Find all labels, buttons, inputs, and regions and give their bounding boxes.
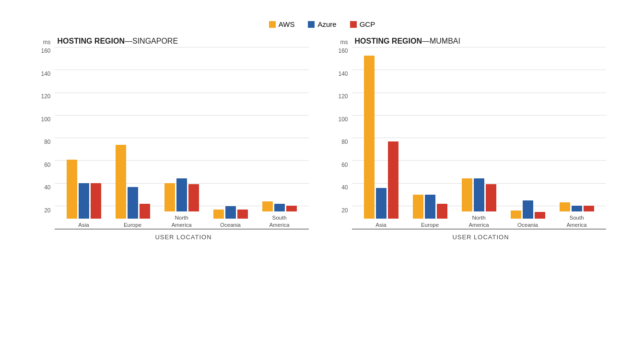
bar-group-south-america: SouthAmerica: [560, 202, 594, 229]
x-axis-title-mumbai: USER LOCATION: [352, 234, 610, 241]
bar-gcp-europe: [437, 204, 447, 219]
bar-azure-north-america: [474, 178, 484, 211]
bar-gcp-asia: [91, 183, 101, 219]
bars-europe: [413, 195, 447, 219]
legend-item-azure: Azure: [308, 20, 336, 28]
chart-area-singapore: ms20406080100120140160AsiaEuropeNorthAme…: [35, 47, 313, 230]
legend-swatch-aws: [269, 21, 276, 28]
bar-group-europe: Europe: [413, 195, 447, 229]
bar-gcp-north-america: [188, 184, 199, 211]
bar-gcp-north-america: [486, 184, 496, 211]
y-tick-60: 60: [332, 162, 348, 168]
x-axis-title-singapore: USER LOCATION: [55, 234, 313, 241]
bar-gcp-south-america: [286, 206, 297, 211]
bar-azure-north-america: [176, 178, 187, 211]
y-tick-160: 160: [332, 47, 348, 54]
y-tick-120: 120: [35, 93, 51, 100]
bars-europe: [116, 145, 150, 219]
bars-oceania: [213, 206, 248, 219]
y-tick-100: 100: [35, 116, 51, 123]
y-tick-160: 160: [35, 47, 51, 54]
y-tick-120: 120: [332, 93, 348, 100]
y-tick-140: 140: [35, 70, 51, 77]
graph-body-mumbai: AsiaEuropeNorthAmericaOceaniaSouthAmeric…: [352, 47, 606, 230]
legend-swatch-gcp: [350, 21, 357, 28]
bar-aws-south-america: [262, 201, 273, 211]
group-label-europe: Europe: [124, 222, 141, 229]
y-tick-80: 80: [35, 139, 51, 145]
legend: AWSAzureGCP: [269, 20, 375, 28]
bar-gcp-south-america: [584, 206, 594, 211]
y-axis-ms-label: ms: [332, 39, 352, 46]
bar-gcp-asia: [388, 141, 398, 219]
group-label-north-america: NorthAmerica: [465, 214, 493, 229]
graph-body-singapore: AsiaEuropeNorthAmericaOceaniaSouthAmeric…: [55, 47, 309, 230]
chart-singapore: HOSTING REGION—SINGAPOREms20406080100120…: [35, 37, 313, 241]
legend-item-aws: AWS: [269, 20, 295, 28]
bar-aws-oceania: [511, 210, 521, 219]
y-tick-80: 80: [332, 139, 348, 145]
bars-north-america: [164, 178, 199, 211]
bar-azure-asia: [79, 183, 89, 219]
bar-azure-europe: [425, 195, 435, 219]
bar-aws-north-america: [164, 183, 175, 211]
bar-aws-south-america: [560, 202, 570, 211]
chart-mumbai: HOSTING REGION—MUMBAIms20406080100120140…: [332, 37, 610, 241]
bars-asia: [364, 56, 398, 219]
bar-aws-asia: [364, 56, 375, 219]
bars-area-singapore: AsiaEuropeNorthAmericaOceaniaSouthAmeric…: [55, 47, 309, 229]
group-label-north-america: NorthAmerica: [168, 214, 196, 229]
bar-gcp-oceania: [237, 210, 248, 219]
bars-asia: [67, 160, 101, 219]
bars-oceania: [511, 200, 545, 219]
group-label-south-america: SouthAmerica: [563, 214, 591, 229]
legend-label-gcp: GCP: [360, 20, 375, 28]
bar-group-asia: Asia: [364, 56, 398, 229]
bar-group-north-america: NorthAmerica: [462, 178, 496, 229]
chart-header-singapore: HOSTING REGION—SINGAPORE: [58, 37, 313, 46]
bar-group-asia: Asia: [67, 160, 101, 229]
group-label-south-america: SouthAmerica: [266, 214, 293, 229]
bar-gcp-oceania: [535, 212, 545, 219]
y-tick-100: 100: [332, 116, 348, 123]
y-tick-140: 140: [332, 70, 348, 77]
bar-group-oceania: Oceania: [213, 206, 248, 229]
bars-south-america: [560, 202, 594, 211]
charts-row: HOSTING REGION—SINGAPOREms20406080100120…: [10, 37, 634, 241]
bar-azure-oceania: [225, 206, 236, 219]
bar-azure-south-america: [572, 206, 582, 211]
bar-azure-south-america: [274, 204, 285, 212]
chart-area-mumbai: ms20406080100120140160AsiaEuropeNorthAme…: [332, 47, 610, 230]
group-label-europe: Europe: [421, 222, 439, 229]
y-tick-20: 20: [35, 207, 51, 214]
y-tick-20: 20: [332, 207, 348, 214]
y-axis-ms-label: ms: [35, 39, 55, 46]
legend-label-azure: Azure: [317, 20, 336, 28]
y-axis-mumbai: ms20406080100120140160: [332, 47, 352, 230]
bar-group-north-america: NorthAmerica: [164, 178, 199, 229]
bar-azure-europe: [128, 187, 138, 219]
bar-azure-asia: [376, 188, 386, 219]
group-label-oceania: Oceania: [517, 222, 538, 229]
group-label-oceania: Oceania: [220, 222, 241, 229]
bars-north-america: [462, 178, 496, 211]
bar-aws-oceania: [213, 210, 224, 219]
bars-area-mumbai: AsiaEuropeNorthAmericaOceaniaSouthAmeric…: [352, 47, 606, 229]
y-axis-singapore: ms20406080100120140160: [35, 47, 55, 230]
y-tick-40: 40: [332, 184, 348, 191]
group-label-asia: Asia: [78, 222, 89, 229]
chart-header-mumbai: HOSTING REGION—MUMBAI: [355, 37, 610, 46]
bar-aws-europe: [116, 145, 126, 219]
group-label-asia: Asia: [375, 222, 386, 229]
bars-south-america: [262, 201, 297, 211]
bar-aws-asia: [67, 160, 77, 219]
bar-aws-north-america: [462, 178, 472, 211]
bar-aws-europe: [413, 195, 423, 219]
bar-group-south-america: SouthAmerica: [262, 201, 297, 229]
bar-group-oceania: Oceania: [511, 200, 545, 229]
legend-item-gcp: GCP: [350, 20, 375, 28]
y-tick-60: 60: [35, 162, 51, 168]
bar-gcp-europe: [140, 204, 150, 219]
legend-label-aws: AWS: [279, 20, 295, 28]
bar-azure-oceania: [523, 200, 533, 219]
